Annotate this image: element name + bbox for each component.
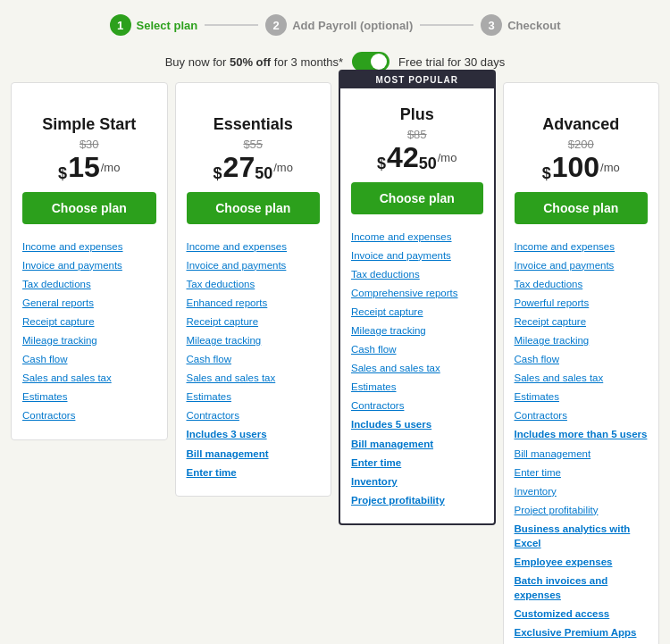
- price-period: /mo: [273, 154, 293, 181]
- feature-item[interactable]: Enhanced reports: [187, 293, 321, 312]
- plan-price-main-plus: $ 42 50 /mo: [351, 143, 483, 171]
- feature-item[interactable]: Cash flow: [187, 350, 321, 369]
- feature-item[interactable]: Inventory: [515, 481, 649, 500]
- price-dollar: $: [542, 165, 551, 181]
- feature-item[interactable]: Tax deductions: [351, 264, 483, 283]
- feature-item[interactable]: Mileage tracking: [351, 321, 483, 339]
- plan-name-essentials: Essentials: [187, 115, 321, 134]
- feature-item[interactable]: Receipt capture: [187, 312, 321, 330]
- toggle-bar: Buy now for 50% off for 3 months* Free t…: [0, 45, 670, 82]
- price-cents: 50: [255, 165, 272, 181]
- trial-toggle[interactable]: [352, 52, 389, 71]
- step-1-num: 1: [110, 14, 131, 36]
- feature-item[interactable]: Cash flow: [22, 350, 156, 369]
- choose-plan-btn-advanced[interactable]: Choose plan: [515, 192, 649, 224]
- feature-item[interactable]: Receipt capture: [351, 302, 483, 321]
- feature-item[interactable]: Sales and sales tax: [22, 369, 156, 388]
- promo-suffix: for 3 months*: [271, 55, 343, 69]
- feature-item[interactable]: Income and expenses: [187, 237, 321, 255]
- feature-item[interactable]: Powerful reports: [515, 293, 649, 312]
- feature-item[interactable]: Mileage tracking: [22, 330, 156, 349]
- feature-item[interactable]: Project profitability: [351, 490, 483, 509]
- feature-item[interactable]: Project profitability: [515, 500, 649, 519]
- feature-item[interactable]: Tax deductions: [187, 274, 321, 293]
- feature-item[interactable]: Receipt capture: [515, 312, 649, 330]
- price-period: /mo: [600, 154, 620, 181]
- plan-price-orig-plus: $85: [351, 128, 483, 141]
- step-3-num: 3: [481, 14, 502, 36]
- feature-list-plus: Income and expensesInvoice and paymentsT…: [351, 227, 483, 509]
- plan-name-advanced: Advanced: [515, 115, 649, 134]
- toggle-knob: [371, 54, 387, 70]
- feature-item[interactable]: Cash flow: [351, 340, 483, 359]
- plan-name-simple-start: Simple Start: [22, 115, 156, 134]
- plan-price-main-essentials: $ 27 50 /mo: [187, 153, 321, 181]
- feature-item[interactable]: Bill management: [515, 444, 649, 463]
- price-amount: 42: [387, 143, 419, 171]
- feature-item[interactable]: Estimates: [22, 388, 156, 406]
- feature-item[interactable]: Inventory: [351, 472, 483, 490]
- most-popular-badge: MOST POPULAR: [339, 71, 495, 88]
- choose-plan-btn-plus[interactable]: Choose plan: [351, 182, 483, 214]
- feature-item[interactable]: Includes 3 users: [187, 425, 321, 444]
- feature-item[interactable]: Estimates: [351, 378, 483, 397]
- plan-price-main-simple-start: $ 15 /mo: [22, 153, 156, 181]
- feature-item[interactable]: Sales and sales tax: [351, 359, 483, 378]
- feature-item[interactable]: Income and expenses: [515, 237, 649, 255]
- feature-item[interactable]: Comprehensive reports: [351, 283, 483, 302]
- plan-price-orig-advanced: $200: [515, 138, 649, 151]
- feature-item[interactable]: Mileage tracking: [515, 330, 649, 349]
- price-dollar: $: [214, 165, 222, 181]
- feature-item[interactable]: Income and expenses: [351, 227, 483, 246]
- feature-item[interactable]: Bill management: [187, 444, 321, 463]
- feature-item[interactable]: Contractors: [515, 406, 649, 425]
- feature-item[interactable]: Batch invoices and expenses: [515, 572, 649, 605]
- feature-item[interactable]: Receipt capture: [22, 312, 156, 330]
- feature-item[interactable]: Customized access: [515, 605, 649, 623]
- feature-item[interactable]: Income and expenses: [22, 237, 156, 255]
- feature-item[interactable]: Enter time: [187, 463, 321, 481]
- price-amount: 27: [223, 153, 255, 181]
- plan-price-orig-simple-start: $30: [22, 138, 156, 151]
- feature-item[interactable]: Includes more than 5 users: [515, 425, 649, 444]
- feature-item[interactable]: Invoice and payments: [187, 255, 321, 274]
- choose-plan-btn-essentials[interactable]: Choose plan: [187, 192, 321, 224]
- feature-item[interactable]: Enter time: [351, 453, 483, 472]
- feature-item[interactable]: Enter time: [515, 463, 649, 481]
- plan-name-plus: Plus: [351, 105, 483, 124]
- feature-item[interactable]: Contractors: [22, 406, 156, 425]
- feature-item[interactable]: Business analytics with Excel: [515, 519, 649, 552]
- feature-item[interactable]: Tax deductions: [515, 274, 649, 293]
- price-cents: 50: [419, 155, 437, 171]
- feature-item[interactable]: Sales and sales tax: [187, 369, 321, 388]
- feature-item[interactable]: Includes 5 users: [351, 415, 483, 434]
- price-amount: 15: [68, 153, 100, 181]
- feature-item[interactable]: Estimates: [515, 388, 649, 406]
- feature-item[interactable]: Invoice and payments: [22, 255, 156, 274]
- feature-item[interactable]: Employee expenses: [515, 553, 649, 572]
- feature-list-simple-start: Income and expensesInvoice and paymentsT…: [22, 237, 156, 425]
- feature-item[interactable]: Estimates: [187, 388, 321, 406]
- feature-item[interactable]: Cash flow: [515, 350, 649, 369]
- feature-item[interactable]: General reports: [22, 293, 156, 312]
- feature-item[interactable]: Contractors: [187, 406, 321, 425]
- plan-card-advanced: Advanced$200 $ 100 /mo Choose planIncome…: [503, 82, 660, 644]
- feature-list-advanced: Income and expensesInvoice and paymentsT…: [515, 237, 649, 644]
- step-3-label: Checkout: [507, 19, 560, 32]
- step-1: 1 Select plan: [110, 14, 198, 36]
- feature-item[interactable]: Exclusive Premium Apps: [515, 623, 649, 642]
- plan-card-simple-start: Simple Start$30 $ 15 /mo Choose planInco…: [11, 82, 168, 440]
- feature-item[interactable]: Tax deductions: [22, 274, 156, 293]
- choose-plan-btn-simple-start[interactable]: Choose plan: [22, 192, 156, 224]
- price-dollar: $: [377, 155, 386, 171]
- plan-card-plus: MOST POPULARPlus$85 $ 42 50 /mo Choose p…: [339, 70, 496, 525]
- feature-item[interactable]: Sales and sales tax: [515, 369, 649, 388]
- feature-item[interactable]: Invoice and payments: [515, 255, 649, 274]
- promo-text: Buy now for 50% off for 3 months*: [165, 55, 343, 69]
- feature-item[interactable]: Bill management: [351, 434, 483, 453]
- step-line-2: [420, 24, 473, 26]
- feature-item[interactable]: Invoice and payments: [351, 246, 483, 264]
- feature-list-essentials: Income and expensesInvoice and paymentsT…: [187, 237, 321, 481]
- feature-item[interactable]: Contractors: [351, 397, 483, 415]
- feature-item[interactable]: Mileage tracking: [187, 330, 321, 349]
